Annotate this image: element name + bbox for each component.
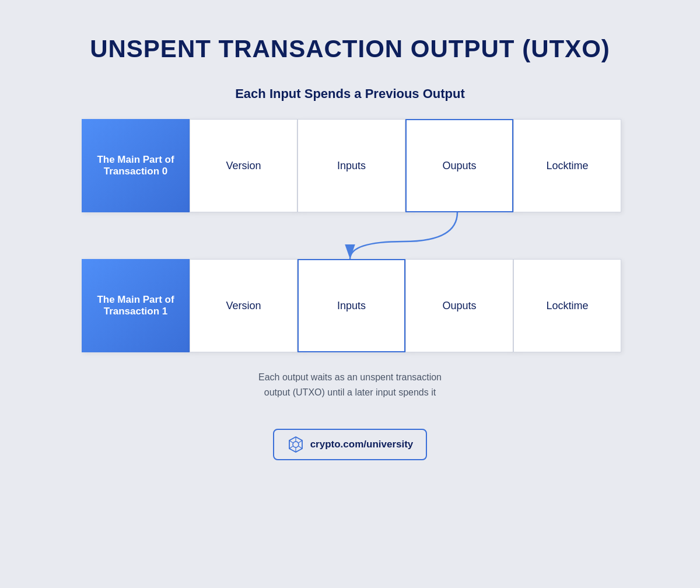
page-container: UNSPENT TRANSACTION OUTPUT (UTXO) Each I… bbox=[0, 0, 700, 588]
tx1-main-block: The Main Part ofTransaction 1 bbox=[82, 259, 190, 352]
tx0-locktime-label: Locktime bbox=[546, 160, 588, 172]
transaction-1-row: The Main Part ofTransaction 1 Version In… bbox=[82, 259, 618, 352]
svg-line-7 bbox=[289, 446, 293, 449]
page-title: UNSPENT TRANSACTION OUTPUT (UTXO) bbox=[90, 35, 610, 63]
tx0-inputs-label: Inputs bbox=[337, 160, 366, 172]
tx1-main-label: The Main Part ofTransaction 1 bbox=[97, 294, 174, 317]
svg-line-5 bbox=[289, 440, 293, 443]
tx0-inputs-block: Inputs bbox=[298, 119, 405, 212]
tx0-outputs-label: Ouputs bbox=[442, 160, 476, 172]
tx1-version-label: Version bbox=[226, 300, 261, 312]
tx1-locktime-block: Locktime bbox=[513, 259, 621, 352]
tx0-locktime-block: Locktime bbox=[513, 119, 621, 212]
tx0-main-label: The Main Part ofTransaction 0 bbox=[97, 154, 174, 177]
subtitle: Each Input Spends a Previous Output bbox=[235, 86, 465, 102]
svg-line-6 bbox=[298, 446, 302, 449]
tx0-main-block: The Main Part ofTransaction 0 bbox=[82, 119, 190, 212]
brand-icon bbox=[287, 436, 304, 453]
diagram-area: Each Input Spends a Previous Output The … bbox=[35, 86, 665, 352]
footer-note: Each output waits as an unspent transact… bbox=[258, 370, 442, 400]
tx0-outputs-block: Ouputs bbox=[405, 119, 513, 212]
branding-box: crypto.com/university bbox=[273, 429, 428, 460]
tx1-outputs-label: Ouputs bbox=[442, 300, 476, 312]
tx1-inputs-label: Inputs bbox=[337, 300, 366, 312]
brand-text: crypto.com/university bbox=[310, 439, 414, 450]
transaction-0-row: The Main Part ofTransaction 0 Version In… bbox=[82, 119, 618, 212]
svg-line-8 bbox=[298, 440, 302, 443]
arrow-connector bbox=[82, 212, 618, 259]
tx0-version-label: Version bbox=[226, 160, 261, 172]
arrow-svg bbox=[82, 212, 618, 259]
tx1-locktime-label: Locktime bbox=[546, 300, 588, 312]
tx1-outputs-block: Ouputs bbox=[405, 259, 513, 352]
tx1-inputs-block: Inputs bbox=[298, 259, 405, 352]
svg-point-2 bbox=[293, 442, 299, 447]
tx0-version-block: Version bbox=[190, 119, 298, 212]
tx1-version-block: Version bbox=[190, 259, 298, 352]
